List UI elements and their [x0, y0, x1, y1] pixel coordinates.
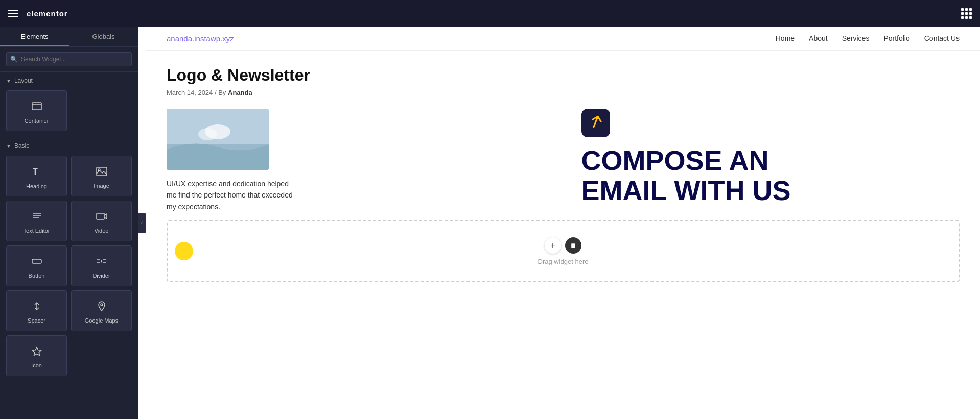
section-layout-label[interactable]: ▼ Layout: [0, 72, 138, 87]
widget-type-button[interactable]: ■: [565, 237, 581, 254]
button-icon: [31, 256, 43, 269]
widget-spacer[interactable]: Spacer: [6, 290, 67, 331]
svg-point-17: [101, 304, 103, 306]
basic-widget-grid: T Heading Image: [0, 153, 138, 382]
website-preview: ananda.instawp.xyz Home About Services P…: [146, 27, 980, 419]
divider-icon: [96, 256, 108, 269]
chevron-down-icon: ▼: [6, 78, 11, 84]
layout-widget-grid: Container: [0, 87, 138, 137]
compose-logo: [581, 109, 610, 137]
svg-marker-15: [101, 260, 102, 263]
drop-zone-actions: + ■: [545, 237, 581, 254]
widget-icon[interactable]: Icon: [6, 335, 67, 376]
drag-widget-label: Drag widget here: [538, 258, 589, 265]
sidebar-tabs: Elements Globals: [0, 27, 138, 47]
svg-point-22: [198, 128, 217, 140]
heading-icon: T: [31, 165, 43, 180]
image-icon: [96, 166, 108, 180]
search-icon: 🔍: [10, 56, 18, 63]
main-layout: Elements Globals 🔍 ▼ Layout: [0, 27, 980, 419]
post-title: Logo & Newsletter: [167, 66, 960, 85]
testimonial-text: UI/UX expertise and dedication helped me…: [167, 178, 299, 212]
widget-icon-square: ■: [571, 241, 576, 250]
site-menu: Home About Services Portfolio Contact Us: [776, 34, 960, 43]
add-widget-button[interactable]: +: [545, 237, 561, 254]
widget-divider[interactable]: Divider: [71, 245, 132, 286]
drop-zone[interactable]: + ■ Drag widget here: [167, 220, 960, 282]
sidebar-collapse-handle[interactable]: ‹: [138, 213, 146, 233]
send-arrow-icon: [585, 112, 606, 134]
content-area: Logo & Newsletter March 14, 2024 / By An…: [146, 51, 980, 212]
google-maps-icon: [96, 301, 108, 314]
content-left: UI/UX expertise and dedication helped me…: [167, 109, 561, 212]
tab-globals[interactable]: Globals: [69, 27, 138, 46]
video-icon: [96, 211, 108, 225]
widget-text-editor[interactable]: Text Editor: [6, 201, 67, 241]
container-icon: [31, 100, 43, 115]
yellow-circle-cursor: [175, 242, 193, 260]
tab-elements[interactable]: Elements: [0, 27, 69, 46]
nav-item-contact[interactable]: Contact Us: [924, 34, 960, 43]
section-basic-label[interactable]: ▼ Basic: [0, 137, 138, 153]
chevron-down-icon-basic: ▼: [6, 143, 11, 149]
collapse-chevron-icon: ‹: [141, 220, 143, 226]
nav-item-services[interactable]: Services: [842, 34, 870, 43]
svg-rect-8: [97, 213, 104, 219]
widget-heading[interactable]: T Heading: [6, 156, 67, 196]
widget-button[interactable]: Button: [6, 245, 67, 286]
content-right: COMPOSE AN EMAIL WITH US: [561, 109, 960, 212]
nav-item-portfolio[interactable]: Portfolio: [883, 34, 909, 43]
widget-container[interactable]: Container: [6, 90, 67, 131]
canvas: ananda.instawp.xyz Home About Services P…: [146, 27, 980, 419]
sidebar-search-area: 🔍: [0, 47, 138, 72]
nav-item-about[interactable]: About: [809, 34, 828, 43]
spacer-icon: [31, 301, 43, 314]
widget-video[interactable]: Video: [71, 201, 132, 241]
text-editor-icon: [31, 211, 43, 225]
top-bar: elementor: [0, 0, 980, 27]
svg-rect-9: [32, 259, 41, 263]
hamburger-menu-icon[interactable]: [8, 10, 18, 17]
widget-google-maps[interactable]: Google Maps: [71, 290, 132, 331]
svg-rect-0: [32, 103, 41, 110]
elementor-logo: elementor: [27, 9, 68, 18]
icon-widget-icon: [31, 346, 43, 359]
sidebar: Elements Globals 🔍 ▼ Layout: [0, 27, 138, 419]
apps-grid-icon[interactable]: [961, 8, 972, 19]
svg-point-4: [98, 169, 100, 171]
site-url: ananda.instawp.xyz: [167, 34, 234, 43]
svg-marker-18: [32, 347, 41, 355]
compose-heading: COMPOSE AN EMAIL WITH US: [581, 145, 791, 206]
compose-section: COMPOSE AN EMAIL WITH US: [581, 109, 960, 206]
post-meta: March 14, 2024 / By Ananda: [167, 89, 960, 96]
widget-image[interactable]: Image: [71, 156, 132, 196]
svg-text:T: T: [33, 167, 38, 176]
placeholder-image: [167, 109, 269, 170]
nav-item-home[interactable]: Home: [776, 34, 795, 43]
search-input[interactable]: [6, 52, 132, 66]
site-navigation: ananda.instawp.xyz Home About Services P…: [146, 27, 980, 51]
content-columns: UI/UX expertise and dedication helped me…: [167, 109, 960, 212]
